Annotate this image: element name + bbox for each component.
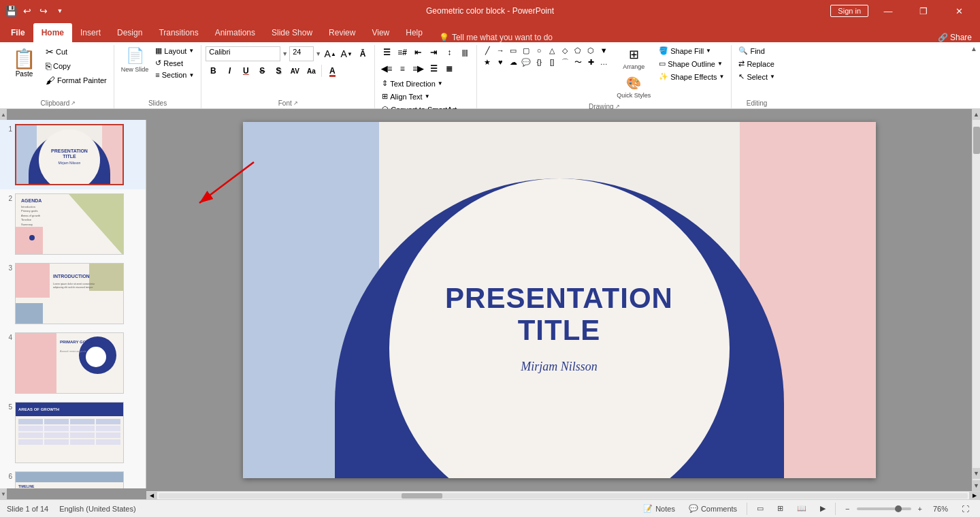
tab-transitions[interactable]: Transitions: [150, 23, 206, 42]
tab-insert[interactable]: Insert: [72, 23, 109, 42]
canvas-scroll-down[interactable]: ▼: [973, 468, 980, 479]
replace-button[interactable]: ⇄ Replace: [736, 58, 778, 69]
layout-button[interactable]: ▦ Layout ▼: [152, 45, 197, 57]
restore-button[interactable]: ❐: [908, 0, 939, 22]
tab-review[interactable]: Review: [321, 23, 363, 42]
shape-oval[interactable]: ○: [533, 45, 545, 56]
share-button[interactable]: 🔗 Share: [938, 33, 972, 42]
shape-effects-button[interactable]: ✨ Shape Effects ▼: [656, 71, 727, 82]
find-button[interactable]: 🔍 Find: [736, 45, 778, 57]
tab-file[interactable]: File: [3, 23, 33, 42]
shape-outline-button[interactable]: ▭ Shape Outline ▼: [656, 58, 727, 69]
shape-cloud[interactable]: ☁: [507, 57, 519, 67]
shape-diamond[interactable]: ◇: [559, 45, 571, 56]
decrease-indent-button[interactable]: ⇤: [410, 45, 425, 60]
shape-more2[interactable]: …: [598, 57, 610, 67]
canvas-hscroll-thumb[interactable]: [402, 493, 442, 499]
increase-font-button[interactable]: A▲: [323, 46, 338, 61]
quick-access-customize[interactable]: ▼: [54, 5, 65, 16]
shape-rounded-rect[interactable]: ▢: [520, 45, 532, 56]
arrange-button[interactable]: ⊞ Arrange: [614, 45, 653, 72]
new-slide-button[interactable]: 📄 New Slide: [118, 45, 152, 75]
tab-help[interactable]: Help: [397, 23, 431, 42]
shape-rect[interactable]: ▭: [507, 45, 519, 56]
columns-button[interactable]: |||: [457, 45, 472, 60]
clipboard-expand-icon[interactable]: ↗: [71, 100, 76, 106]
undo-icon[interactable]: ↩: [22, 5, 33, 16]
tell-me-input[interactable]: Tell me what you want to do: [452, 33, 553, 42]
center-align-button[interactable]: ≡: [395, 61, 410, 76]
normal-view-button[interactable]: ▭: [753, 503, 768, 514]
zoom-in-button[interactable]: +: [914, 503, 926, 514]
canvas-scroll-thumb[interactable]: [973, 127, 980, 154]
canvas-area[interactable]: PRESENTATION TITLE Mirjam Nilsson: [146, 109, 972, 491]
shape-fill-button[interactable]: 🪣 Shape Fill ▼: [656, 45, 727, 57]
quick-styles-button[interactable]: 🎨 Quick Styles: [614, 74, 653, 101]
canvas-hscroll-left[interactable]: ◀: [146, 492, 157, 500]
shape-hexagon[interactable]: ⬡: [585, 45, 597, 56]
font-size-selector[interactable]: 24: [289, 46, 314, 61]
distributed-button[interactable]: ≣: [442, 61, 457, 76]
paste-button[interactable]: 📋 Paste: [7, 45, 42, 80]
underline-button[interactable]: U: [238, 63, 253, 78]
signin-button[interactable]: Sign in: [830, 5, 868, 17]
zoom-thumb[interactable]: [895, 505, 902, 512]
align-text-button[interactable]: ⊞ Align Text ▼: [379, 91, 432, 102]
redo-icon[interactable]: ↪: [38, 5, 49, 16]
increase-indent-button[interactable]: ⇥: [426, 45, 441, 60]
tab-view[interactable]: View: [363, 23, 397, 42]
format-painter-button[interactable]: 🖌 Format Painter: [43, 74, 110, 87]
comments-button[interactable]: 💬 Comments: [685, 503, 741, 514]
slide-item-4[interactable]: 4 PRIMARY GOALS Annual revenue goals: [0, 328, 146, 398]
slideshow-view-button[interactable]: ▶: [816, 503, 830, 514]
slide-item-3[interactable]: 3 INTRODUCTION Lorem ipsum dolor sit ame…: [0, 259, 146, 328]
decrease-font-button[interactable]: A▼: [339, 46, 354, 61]
slide-sorter-button[interactable]: ⊞: [773, 503, 787, 514]
shape-triangle[interactable]: △: [546, 45, 558, 56]
zoom-slider[interactable]: [857, 507, 911, 510]
strikethrough-button[interactable]: S: [255, 63, 270, 78]
shape-callout[interactable]: 💬: [520, 57, 532, 67]
font-color-button[interactable]: A: [325, 63, 340, 78]
tab-design[interactable]: Design: [109, 23, 150, 42]
justify-button[interactable]: ☰: [426, 61, 441, 76]
line-spacing-button[interactable]: ↕: [442, 45, 457, 60]
copy-button[interactable]: ⎘ Copy: [43, 59, 110, 73]
shape-heart[interactable]: ♥: [494, 57, 506, 67]
slide-item-2[interactable]: 2 AGENDA IntroductionPrimary goalsAreas …: [0, 189, 146, 259]
canvas-scroll-bottom[interactable]: ▼: [973, 480, 980, 491]
tab-home[interactable]: Home: [33, 23, 72, 42]
save-icon[interactable]: 💾: [5, 5, 16, 16]
slide-author[interactable]: Mirjam Nilsson: [521, 360, 598, 374]
reading-view-button[interactable]: 📖: [793, 503, 811, 514]
ribbon-collapse-button[interactable]: ▲: [970, 45, 977, 52]
font-name-dropdown[interactable]: ▼: [282, 50, 288, 57]
char-spacing-button[interactable]: AV: [287, 63, 302, 78]
slide-panel-scroll-down[interactable]: ▼: [0, 488, 7, 499]
slide-item-1[interactable]: 1 PRESENTATIONTITLE Mirjam Nilsson: [0, 120, 146, 189]
section-button[interactable]: ≡ Section ▼: [152, 69, 197, 80]
shape-cross[interactable]: ✚: [585, 57, 597, 67]
minimize-button[interactable]: —: [872, 0, 904, 22]
cut-button[interactable]: ✂ Cut: [43, 45, 110, 59]
slide-title[interactable]: PRESENTATION TITLE: [445, 283, 673, 345]
text-direction-button[interactable]: ⇕ Text Direction ▼: [379, 78, 446, 89]
font-expand-icon[interactable]: ↗: [293, 100, 298, 106]
slide-item-5[interactable]: 5 AREAS OF GROWTH: [0, 398, 146, 467]
shape-wave[interactable]: 〜: [572, 57, 584, 67]
shape-line[interactable]: ╱: [481, 45, 493, 56]
tab-slideshow[interactable]: Slide Show: [263, 23, 321, 42]
font-size-dropdown[interactable]: ▼: [315, 50, 321, 57]
shape-more[interactable]: ▼: [598, 45, 610, 56]
canvas-scroll-up[interactable]: ▲: [973, 109, 980, 120]
bullets-button[interactable]: ☰: [379, 45, 394, 60]
shape-bracket[interactable]: {}: [533, 57, 545, 67]
shape-arc[interactable]: ⌒: [559, 57, 571, 67]
zoom-out-button[interactable]: −: [841, 503, 853, 514]
shape-brace[interactable]: []: [546, 57, 558, 67]
shape-star[interactable]: ★: [481, 57, 493, 67]
numbering-button[interactable]: ≡#: [395, 45, 410, 60]
font-name-selector[interactable]: Calibri: [206, 46, 280, 61]
select-button[interactable]: ↖ Select ▼: [736, 71, 778, 82]
italic-button[interactable]: I: [222, 63, 237, 78]
